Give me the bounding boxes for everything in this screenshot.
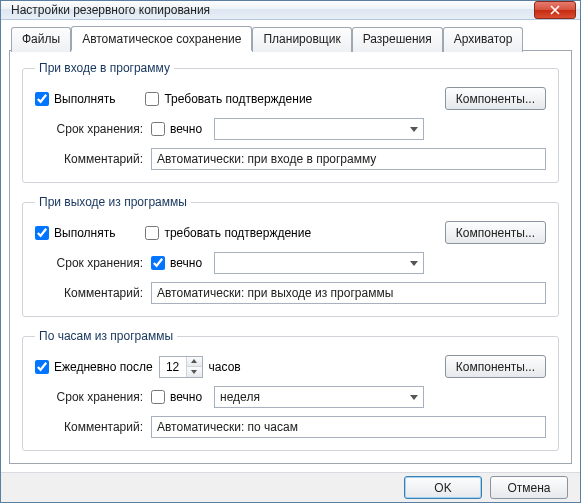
- logout-confirm-wrap[interactable]: требовать подтверждение: [145, 226, 311, 240]
- tab-strip: Файлы Автоматическое сохранение Планиров…: [9, 26, 572, 51]
- login-forever-wrap[interactable]: вечно: [151, 122, 202, 136]
- login-comment-label: Комментарий:: [35, 152, 145, 166]
- clock-comment-label: Комментарий:: [35, 420, 145, 434]
- clock-retention-label: Срок хранения:: [35, 390, 145, 404]
- login-execute-label: Выполнять: [54, 92, 115, 106]
- close-icon: [550, 5, 560, 15]
- clock-hours-unit: часов: [209, 360, 241, 374]
- clock-forever-checkbox[interactable]: [151, 390, 165, 404]
- chevron-up-icon: [191, 359, 197, 363]
- login-components-button[interactable]: Компоненты...: [445, 87, 546, 110]
- content-area: Файлы Автоматическое сохранение Планиров…: [1, 20, 580, 472]
- login-execute-checkbox[interactable]: [35, 92, 49, 106]
- chevron-down-icon: [410, 127, 418, 132]
- spinner-up-button[interactable]: [187, 357, 202, 367]
- login-execute-wrap[interactable]: Выполнять: [35, 92, 115, 106]
- dialog-window: Настройки резервного копирования Файлы А…: [0, 0, 581, 503]
- dialog-footer: OK Отмена: [1, 472, 580, 502]
- logout-forever-checkbox[interactable]: [151, 256, 165, 270]
- tab-permissions[interactable]: Разрешения: [352, 27, 443, 52]
- logout-confirm-checkbox[interactable]: [145, 226, 159, 240]
- group-login-legend: При входе в программу: [35, 61, 174, 75]
- group-clock-legend: По часам из программы: [35, 329, 177, 343]
- cancel-button[interactable]: Отмена: [490, 476, 568, 499]
- clock-daily-label: Ежедневно после: [54, 360, 153, 374]
- close-button[interactable]: [534, 1, 576, 19]
- tab-files[interactable]: Файлы: [11, 27, 71, 52]
- clock-components-button[interactable]: Компоненты...: [445, 355, 546, 378]
- window-title: Настройки резервного копирования: [11, 3, 534, 17]
- clock-retention-value: неделя: [220, 390, 260, 404]
- logout-execute-checkbox[interactable]: [35, 226, 49, 240]
- clock-hours-spinner[interactable]: [159, 356, 203, 378]
- login-confirm-checkbox[interactable]: [145, 92, 159, 106]
- logout-execute-wrap[interactable]: Выполнять: [35, 226, 115, 240]
- group-logout-legend: При выходе из программы: [35, 195, 191, 209]
- logout-comment-label: Комментарий:: [35, 286, 145, 300]
- clock-comment-input[interactable]: [151, 416, 546, 438]
- logout-retention-label: Срок хранения:: [35, 256, 145, 270]
- clock-daily-wrap[interactable]: Ежедневно после: [35, 360, 153, 374]
- clock-forever-label: вечно: [170, 390, 202, 404]
- logout-comment-input[interactable]: [151, 282, 546, 304]
- login-comment-input[interactable]: [151, 148, 546, 170]
- group-login: При входе в программу Выполнять Требоват…: [22, 61, 559, 183]
- titlebar: Настройки резервного копирования: [1, 1, 580, 20]
- logout-components-button[interactable]: Компоненты...: [445, 221, 546, 244]
- clock-retention-combo[interactable]: неделя: [214, 386, 424, 408]
- logout-forever-label: вечно: [170, 256, 202, 270]
- logout-retention-combo[interactable]: [214, 252, 424, 274]
- group-logout: При выходе из программы Выполнять требов…: [22, 195, 559, 317]
- spinner-down-button[interactable]: [187, 366, 202, 377]
- tab-autosave[interactable]: Автоматическое сохранение: [71, 26, 252, 51]
- login-retention-combo[interactable]: [214, 118, 424, 140]
- tab-page-autosave: При входе в программу Выполнять Требоват…: [9, 50, 572, 464]
- logout-execute-label: Выполнять: [54, 226, 115, 240]
- clock-forever-wrap[interactable]: вечно: [151, 390, 202, 404]
- chevron-down-icon: [410, 261, 418, 266]
- tab-scheduler[interactable]: Планировщик: [252, 27, 351, 52]
- login-confirm-label: Требовать подтверждение: [164, 92, 312, 106]
- logout-forever-wrap[interactable]: вечно: [151, 256, 202, 270]
- ok-button[interactable]: OK: [404, 476, 482, 499]
- logout-confirm-label: требовать подтверждение: [164, 226, 311, 240]
- chevron-down-icon: [191, 370, 197, 374]
- group-clock: По часам из программы Ежедневно после ча…: [22, 329, 559, 451]
- clock-daily-checkbox[interactable]: [35, 360, 49, 374]
- clock-hours-input[interactable]: [160, 357, 186, 377]
- login-retention-label: Срок хранения:: [35, 122, 145, 136]
- login-forever-label: вечно: [170, 122, 202, 136]
- login-forever-checkbox[interactable]: [151, 122, 165, 136]
- chevron-down-icon: [410, 395, 418, 400]
- tab-archiver[interactable]: Архиватор: [443, 27, 524, 52]
- login-confirm-wrap[interactable]: Требовать подтверждение: [145, 92, 312, 106]
